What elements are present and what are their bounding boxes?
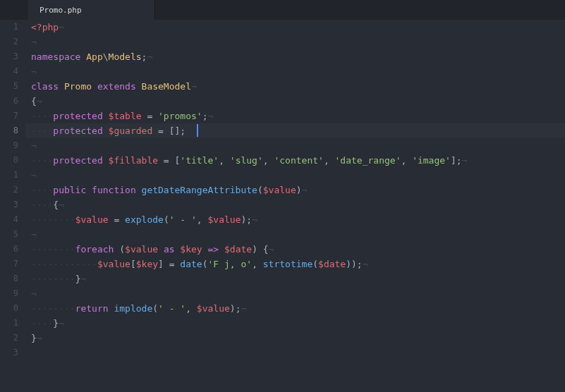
line-number: 0 — [0, 153, 25, 168]
line-number: 7 — [0, 109, 25, 123]
tab-filename: Promo.php — [40, 6, 82, 15]
line-number: 9 — [0, 138, 25, 153]
code-area[interactable]: <?php¬¬namespace App\Models;¬¬class Prom… — [25, 20, 565, 392]
line-number: 2 — [0, 331, 25, 345]
gutter: 12345678901234567890123 — [0, 20, 25, 392]
line-number: 5 — [0, 227, 25, 242]
code-line[interactable]: ····{¬ — [25, 197, 565, 212]
line-number: 3 — [0, 49, 25, 64]
line-number: 8 — [0, 123, 25, 138]
code-line[interactable]: ············$value[$key] = date('F j, o'… — [25, 257, 565, 271]
tab-promo[interactable]: Promo.php — [28, 0, 155, 20]
line-number: 5 — [0, 79, 25, 94]
cursor — [197, 124, 198, 137]
code-line[interactable]: <?php¬ — [25, 20, 565, 35]
tab-bar: Promo.php — [0, 0, 565, 20]
line-number: 1 — [0, 316, 25, 331]
code-line[interactable]: class Promo extends BaseModel¬ — [25, 79, 565, 94]
editor: 12345678901234567890123 <?php¬¬namespace… — [0, 20, 565, 392]
line-number: 1 — [0, 20, 25, 35]
code-line[interactable]: ····}¬ — [25, 316, 565, 331]
code-line[interactable]: ¬ — [25, 286, 565, 301]
line-number: 6 — [0, 242, 25, 257]
code-line[interactable]: ¬ — [25, 35, 565, 49]
line-number: 1 — [0, 168, 25, 183]
line-number: 2 — [0, 35, 25, 49]
code-line[interactable]: ········$value = explode(' - ', $value);… — [25, 212, 565, 227]
code-line[interactable]: ¬ — [25, 227, 565, 242]
code-line[interactable]: ¬ — [25, 168, 565, 183]
code-line[interactable]: ¬ — [25, 138, 565, 153]
line-number: 6 — [0, 94, 25, 109]
code-line[interactable]: ········}¬ — [25, 271, 565, 286]
line-number: 2 — [0, 183, 25, 197]
line-number: 0 — [0, 301, 25, 316]
code-line[interactable]: ····public function getDateRangeAttribut… — [25, 183, 565, 197]
line-number: 7 — [0, 257, 25, 271]
line-number: 3 — [0, 345, 25, 360]
line-number: 3 — [0, 197, 25, 212]
code-line[interactable]: ····protected $guarded = []; — [25, 123, 565, 138]
line-number: 4 — [0, 64, 25, 79]
line-number: 4 — [0, 212, 25, 227]
code-line[interactable]: ¬ — [25, 64, 565, 79]
code-line[interactable]: namespace App\Models;¬ — [25, 49, 565, 64]
code-line[interactable]: ········return implode(' - ', $value);¬ — [25, 301, 565, 316]
line-number: 9 — [0, 286, 25, 301]
code-line[interactable]: ····protected $table = 'promos';¬ — [25, 109, 565, 123]
code-line[interactable] — [25, 345, 565, 360]
code-line[interactable]: }¬ — [25, 331, 565, 345]
code-line[interactable]: ········foreach ($value as $key => $date… — [25, 242, 565, 257]
code-line[interactable]: ····protected $fillable = ['title', 'slu… — [25, 153, 565, 168]
line-number: 8 — [0, 271, 25, 286]
code-line[interactable]: {¬ — [25, 94, 565, 109]
